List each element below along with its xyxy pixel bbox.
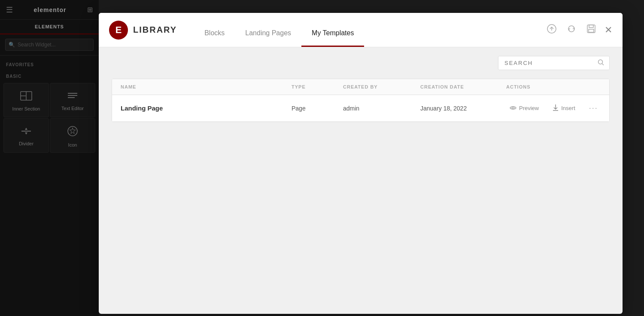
modal-header-actions: ✕: [545, 22, 612, 37]
modal-body: NAME TYPE CREATED BY CREATION DATE ACTIO…: [99, 47, 623, 314]
insert-label: Insert: [561, 105, 575, 111]
library-title: LIBRARY: [133, 25, 177, 35]
tab-landing-pages[interactable]: Landing Pages: [235, 13, 301, 47]
col-created-by: CREATED BY: [343, 84, 420, 89]
elementor-logo-circle: E: [109, 21, 128, 40]
tab-blocks[interactable]: Blocks: [194, 13, 235, 47]
modal-close-button[interactable]: ✕: [605, 25, 612, 36]
row-actions: Preview Insert: [506, 102, 601, 114]
row-type: Page: [292, 105, 343, 112]
row-name: Landing Page: [121, 104, 292, 112]
preview-button[interactable]: Preview: [506, 103, 542, 114]
row-creation-date: January 18, 2022: [420, 105, 506, 112]
table-header: NAME TYPE CREATED BY CREATION DATE ACTIO…: [112, 79, 609, 95]
sync-icon[interactable]: [565, 22, 578, 37]
table-row: Landing Page Page admin January 18, 2022: [112, 95, 609, 122]
col-name: NAME: [121, 84, 292, 89]
save-icon[interactable]: [585, 22, 598, 37]
row-created-by: admin: [343, 105, 420, 112]
upload-icon[interactable]: [545, 22, 558, 37]
col-type: TYPE: [292, 84, 343, 89]
preview-label: Preview: [519, 105, 539, 111]
tab-my-templates[interactable]: My Templates: [301, 13, 364, 47]
template-search-input[interactable]: [498, 56, 610, 70]
download-icon: [553, 104, 559, 112]
modal-tabs: Blocks Landing Pages My Templates: [194, 13, 545, 47]
insert-button[interactable]: Insert: [549, 102, 579, 114]
more-options-button[interactable]: ···: [586, 102, 601, 114]
logo-e: E: [115, 25, 122, 36]
modal-search-bar: [112, 56, 610, 70]
svg-line-17: [602, 64, 604, 65]
modal-header: E LIBRARY Blocks Landing Pages My Templa…: [99, 13, 623, 47]
svg-point-16: [598, 60, 603, 64]
library-modal: E LIBRARY Blocks Landing Pages My Templa…: [99, 13, 623, 314]
svg-rect-15: [589, 29, 594, 32]
svg-rect-14: [589, 25, 593, 28]
eye-icon: [510, 104, 516, 112]
table-actions: Preview Insert: [506, 102, 601, 114]
templates-table: NAME TYPE CREATED BY CREATION DATE ACTIO…: [112, 79, 610, 122]
modal-logo: E LIBRARY: [109, 21, 177, 40]
col-actions: ACTIONS: [506, 84, 601, 89]
search-icon: [598, 59, 605, 67]
search-input-wrap: [498, 56, 610, 70]
svg-point-18: [512, 107, 514, 109]
col-creation-date: CREATION DATE: [420, 84, 506, 89]
